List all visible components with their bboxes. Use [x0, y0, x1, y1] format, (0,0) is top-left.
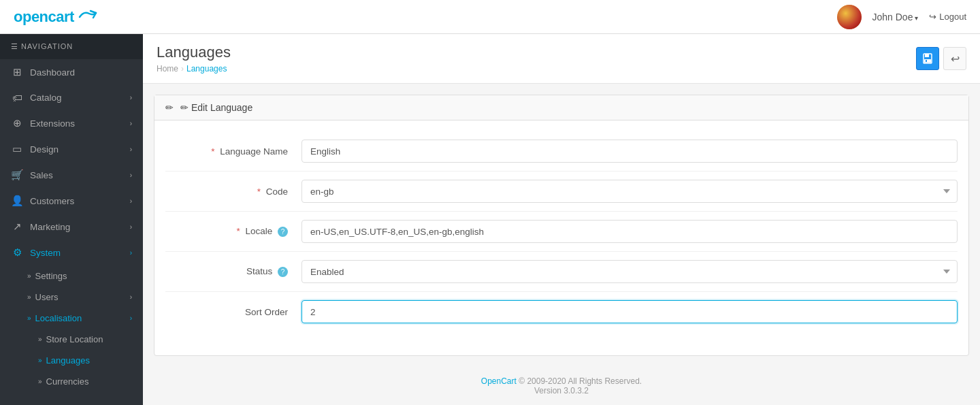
save-button[interactable] — [916, 47, 939, 70]
code-select[interactable]: en-gb en-us fr-fr de-de — [301, 180, 958, 203]
form-group-locale: * Locale ? — [165, 212, 958, 252]
chevron-right-icon: › — [130, 249, 132, 257]
sidebar-item-label: System — [30, 248, 61, 258]
panel-body: * Language Name * Code en-gb en-us fr-fr — [154, 120, 968, 342]
logout-icon: ↪ — [929, 12, 936, 22]
logo-text: opencart — [14, 8, 74, 26]
footer-version: Version 3.0.3.2 — [152, 386, 970, 395]
sidebar-sub-languages[interactable]: » Languages — [0, 350, 143, 371]
bullet-icon: » — [27, 272, 31, 280]
sidebar-item-label: Design — [30, 144, 59, 155]
sidebar-item-label: Dashboard — [30, 67, 75, 78]
marketing-icon: ↗ — [11, 221, 23, 233]
language-name-input[interactable] — [301, 140, 958, 163]
language-name-label: * Language Name — [165, 146, 301, 157]
sort-order-input[interactable] — [301, 300, 958, 323]
footer: OpenCart © 2009-2020 All Rights Reserved… — [143, 367, 980, 405]
user-name[interactable]: John Doe — [872, 12, 919, 22]
svg-rect-3 — [926, 60, 927, 62]
sidebar-item-sales[interactable]: 🛒 Sales › — [0, 162, 143, 188]
sidebar-item-label: Marketing — [30, 222, 70, 232]
required-star: * — [211, 146, 214, 157]
status-help-icon[interactable]: ? — [278, 267, 288, 277]
sidebar-item-extensions[interactable]: ⊕ Extensions › — [0, 110, 143, 136]
customers-icon: 👤 — [11, 195, 23, 207]
chevron-right-icon: › — [130, 293, 132, 301]
page-actions: ↩ — [916, 47, 966, 70]
sidebar-sub-settings[interactable]: » Settings — [0, 265, 143, 287]
chevron-right-icon: › — [130, 197, 132, 205]
sidebar-sub-localisation[interactable]: » Localisation › — [0, 308, 143, 329]
form-panel: ✏ ✏ Edit Language * Language Name * Cod — [154, 95, 969, 356]
required-star: * — [236, 226, 240, 236]
bullet-icon: » — [38, 378, 42, 385]
sidebar-item-label: Catalog — [30, 93, 62, 103]
locale-input[interactable] — [301, 220, 958, 243]
nav-header: ☰ NAVIGATION — [0, 34, 143, 59]
logout-button[interactable]: ↪ Logout — [929, 12, 966, 22]
extensions-icon: ⊕ — [11, 117, 23, 129]
sidebar-item-label: Extensions — [30, 118, 75, 129]
breadcrumb-separator: › — [181, 64, 184, 74]
sidebar-item-customers[interactable]: 👤 Customers › — [0, 188, 143, 214]
sidebar-item-system[interactable]: ⚙ System › — [0, 240, 143, 265]
form-group-sort-order: Sort Order — [165, 292, 958, 331]
form-group-status: Status ? Enabled Disabled — [165, 252, 958, 292]
back-button[interactable]: ↩ — [943, 47, 966, 70]
chevron-right-icon: › — [130, 94, 132, 101]
chevron-right-icon: › — [130, 223, 132, 231]
sub-item-label: Languages — [46, 355, 90, 366]
edit-icon: ✏ — [165, 102, 174, 113]
footer-copyright: © 2009-2020 All Rights Reserved. — [519, 376, 642, 386]
main-layout: ☰ NAVIGATION ⊞ Dashboard 🏷 Catalog › ⊕ E… — [0, 34, 980, 405]
sub-item-label: Store Location — [46, 334, 103, 344]
avatar — [837, 5, 862, 29]
sidebar-sub-store-location[interactable]: » Store Location — [0, 329, 143, 350]
logo-icon — [77, 10, 99, 25]
system-icon: ⚙ — [11, 246, 23, 259]
status-select[interactable]: Enabled Disabled — [301, 260, 958, 283]
chevron-right-icon: › — [130, 314, 132, 322]
code-label: * Code — [165, 187, 301, 197]
dashboard-icon: ⊞ — [11, 66, 23, 78]
sidebar: ☰ NAVIGATION ⊞ Dashboard 🏷 Catalog › ⊕ E… — [0, 34, 143, 405]
bullet-icon: » — [27, 314, 31, 322]
sidebar-sub-users[interactable]: » Users › — [0, 287, 143, 308]
logo-area: opencart — [14, 8, 99, 26]
bullet-icon: » — [38, 336, 42, 343]
bullet-icon: » — [38, 357, 42, 364]
sidebar-sub-currencies[interactable]: » Currencies — [0, 371, 143, 392]
chevron-right-icon: › — [130, 146, 132, 153]
catalog-icon: 🏷 — [11, 92, 23, 103]
sub-item-label: Localisation — [35, 313, 82, 323]
panel-title: ✏ Edit Language — [180, 102, 252, 113]
form-group-code: * Code en-gb en-us fr-fr de-de — [165, 172, 958, 212]
back-icon: ↩ — [951, 52, 960, 65]
status-label: Status ? — [165, 266, 301, 277]
save-icon — [922, 53, 933, 64]
sidebar-item-label: Customers — [30, 196, 74, 206]
breadcrumb-current: Languages — [186, 64, 227, 74]
page-title: Languages — [157, 44, 231, 61]
chevron-right-icon: › — [130, 120, 132, 127]
header-right: John Doe ↪ Logout — [837, 5, 966, 29]
sub-item-label: Users — [35, 292, 59, 302]
svg-rect-2 — [924, 59, 931, 63]
svg-rect-1 — [925, 54, 929, 57]
sales-icon: 🛒 — [11, 169, 23, 181]
page-title-area: Languages Home › Languages — [157, 44, 231, 74]
breadcrumb: Home › Languages — [157, 64, 231, 74]
sidebar-item-dashboard[interactable]: ⊞ Dashboard — [0, 59, 143, 85]
breadcrumb-home[interactable]: Home — [157, 64, 178, 74]
sidebar-item-design[interactable]: ▭ Design › — [0, 136, 143, 162]
panel-heading: ✏ ✏ Edit Language — [154, 95, 968, 120]
form-group-language-name: * Language Name — [165, 131, 958, 172]
sidebar-item-marketing[interactable]: ↗ Marketing › — [0, 214, 143, 240]
locale-label: * Locale ? — [165, 226, 301, 237]
bullet-icon: » — [27, 293, 31, 301]
required-star: * — [257, 187, 261, 197]
design-icon: ▭ — [11, 143, 23, 155]
sidebar-item-catalog[interactable]: 🏷 Catalog › — [0, 85, 143, 110]
footer-brand-link[interactable]: OpenCart — [481, 376, 517, 386]
locale-help-icon[interactable]: ? — [278, 227, 288, 237]
